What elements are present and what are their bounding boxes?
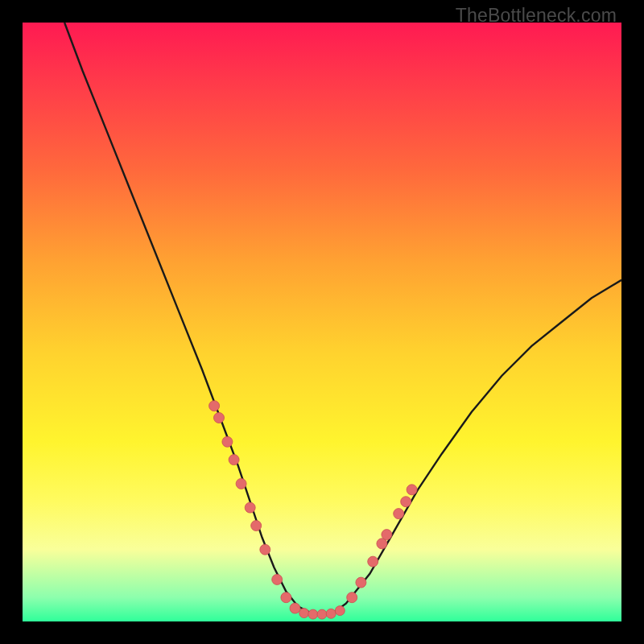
curve-marker	[272, 574, 283, 584]
curve-marker	[251, 521, 262, 531]
curve-marker	[394, 509, 404, 519]
chart-svg	[23, 23, 621, 621]
curve-marker	[308, 609, 318, 619]
chart-plot-area	[23, 23, 621, 621]
curve-marker	[407, 485, 417, 495]
curve-marker	[229, 455, 239, 465]
curve-marker	[368, 556, 378, 567]
curve-marker	[401, 497, 411, 507]
curve-marker	[222, 436, 233, 447]
watermark-text: TheBottleneck.com	[456, 5, 617, 27]
curve-markers	[209, 401, 417, 619]
curve-marker	[382, 530, 392, 540]
curve-marker	[299, 609, 309, 618]
curve-marker	[326, 609, 336, 618]
curve-marker	[260, 544, 270, 555]
curve-marker	[214, 413, 225, 423]
curve-marker	[335, 606, 345, 616]
curve-marker	[236, 478, 246, 489]
curve-marker	[245, 502, 255, 513]
curve-marker	[356, 577, 366, 588]
curve-marker	[290, 603, 300, 613]
curve-marker	[317, 609, 327, 619]
curve-marker	[281, 592, 291, 603]
curve-marker	[209, 401, 220, 411]
curve-marker	[347, 592, 357, 603]
bottleneck-curve	[64, 23, 621, 614]
